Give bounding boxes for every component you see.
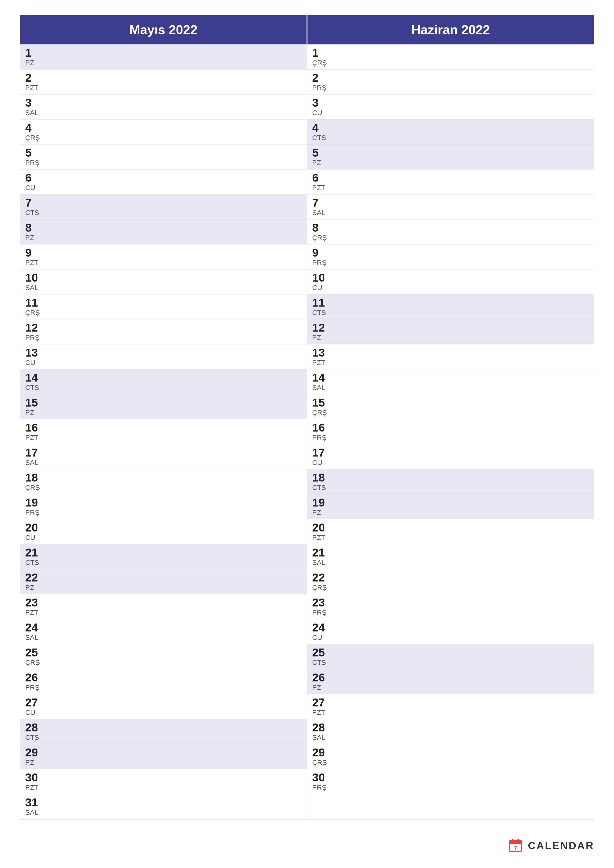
month-header-may: Mayıs 2022: [20, 15, 307, 45]
day-number: 2: [312, 72, 589, 84]
day-number: 2: [25, 72, 302, 84]
day-name: ÇRŞ: [312, 59, 589, 67]
day-number: 19: [25, 497, 302, 508]
day-number: 19: [312, 497, 589, 508]
day-name: PRŞ: [312, 259, 589, 267]
day-row: 25CTS: [307, 644, 594, 669]
day-name: CU: [312, 634, 589, 642]
day-name: SAL: [312, 734, 589, 742]
day-name: SAL: [25, 809, 302, 817]
day-row: 30PRŞ: [307, 769, 594, 794]
day-name: SAL: [312, 384, 589, 392]
day-number: 18: [25, 472, 302, 483]
day-name: PZ: [312, 684, 589, 691]
day-row: 12PZ: [307, 319, 594, 344]
day-name: SAL: [25, 634, 302, 642]
day-row: 21SAL: [307, 544, 594, 569]
day-row: 18CTS: [307, 470, 594, 494]
day-row: 11ÇRŞ: [20, 294, 307, 319]
day-row: 22PZ: [20, 569, 307, 594]
day-name: CU: [25, 708, 302, 716]
day-name: PRŞ: [312, 784, 589, 792]
day-name: ÇRŞ: [25, 309, 302, 317]
svg-rect-1: [509, 840, 522, 844]
day-name: PRŞ: [312, 84, 589, 92]
day-number: 12: [312, 322, 589, 333]
day-name: PZT: [312, 359, 589, 367]
day-number: 23: [312, 597, 589, 608]
day-row: 14CTS: [20, 369, 307, 394]
day-name: ÇRŞ: [312, 234, 589, 242]
day-number: 24: [312, 622, 589, 633]
footer-label: CALENDAR: [528, 840, 594, 852]
day-name: PRŞ: [25, 334, 302, 342]
day-number: 25: [25, 647, 302, 658]
day-name: CU: [25, 534, 302, 542]
svg-rect-5: [518, 839, 519, 842]
day-number: 11: [25, 297, 302, 308]
day-row: 19PRŞ: [20, 494, 307, 519]
day-row: 27PZT: [307, 694, 594, 719]
day-number: 8: [312, 222, 589, 233]
day-row: 15ÇRŞ: [307, 394, 594, 419]
day-row: 5PRŞ: [20, 144, 307, 169]
day-name: PRŞ: [25, 159, 302, 167]
day-row: 1PZ: [20, 45, 307, 70]
day-number: 26: [25, 672, 302, 683]
day-number: 4: [312, 122, 589, 133]
day-number: 6: [25, 172, 302, 183]
day-number: 11: [312, 297, 589, 308]
day-name: ÇRŞ: [25, 134, 302, 142]
day-name: CTS: [25, 209, 302, 217]
month-header-jun: Haziran 2022: [307, 15, 594, 45]
footer: 7 CALENDAR: [509, 838, 594, 853]
day-name: SAL: [312, 209, 589, 217]
day-number: 8: [25, 222, 302, 233]
day-row: 17SAL: [20, 444, 307, 470]
day-row: 22ÇRŞ: [307, 569, 594, 594]
day-number: 21: [312, 547, 589, 558]
day-row: 27CU: [20, 694, 307, 719]
day-row: 23PRŞ: [307, 594, 594, 619]
day-row: 3CU: [307, 95, 594, 119]
day-name: PZT: [25, 434, 302, 442]
day-row: 2PZT: [20, 70, 307, 95]
day-number: 4: [25, 122, 302, 133]
day-name: PZT: [312, 184, 589, 192]
day-number: 5: [312, 147, 589, 158]
day-row: 14SAL: [307, 369, 594, 394]
day-number: 22: [25, 572, 302, 583]
day-row: 29PZ: [20, 744, 307, 769]
day-number: 25: [312, 647, 589, 658]
day-row: 15PZ: [20, 394, 307, 419]
day-number: 15: [312, 397, 589, 408]
day-number: 29: [25, 747, 302, 758]
day-number: 28: [312, 722, 589, 733]
day-row: 16PZT: [20, 419, 307, 444]
day-name: CU: [312, 109, 589, 117]
day-number: 13: [312, 347, 589, 358]
day-name: PRŞ: [312, 609, 589, 617]
day-number: 31: [25, 797, 302, 808]
day-name: ÇRŞ: [25, 484, 302, 491]
day-name: PZT: [25, 784, 302, 792]
day-row: 16PRŞ: [307, 419, 594, 444]
day-row: 19PZ: [307, 494, 594, 519]
day-number: 17: [312, 447, 589, 458]
svg-rect-4: [512, 839, 513, 842]
day-number: 15: [25, 397, 302, 408]
day-number: 23: [25, 597, 302, 608]
day-name: PZT: [312, 534, 589, 542]
day-row: 12PRŞ: [20, 319, 307, 344]
day-row: 20PZT: [307, 519, 594, 544]
day-row: [307, 794, 594, 816]
day-name: PRŞ: [25, 684, 302, 691]
day-row: 4CTS: [307, 119, 594, 144]
day-row: 29ÇRŞ: [307, 744, 594, 769]
day-number: 1: [25, 47, 302, 58]
day-row: 10CU: [307, 270, 594, 294]
day-name: PZ: [312, 509, 589, 517]
day-row: 9PZT: [20, 245, 307, 270]
day-row: 13PZT: [307, 344, 594, 369]
day-number: 21: [25, 547, 302, 558]
